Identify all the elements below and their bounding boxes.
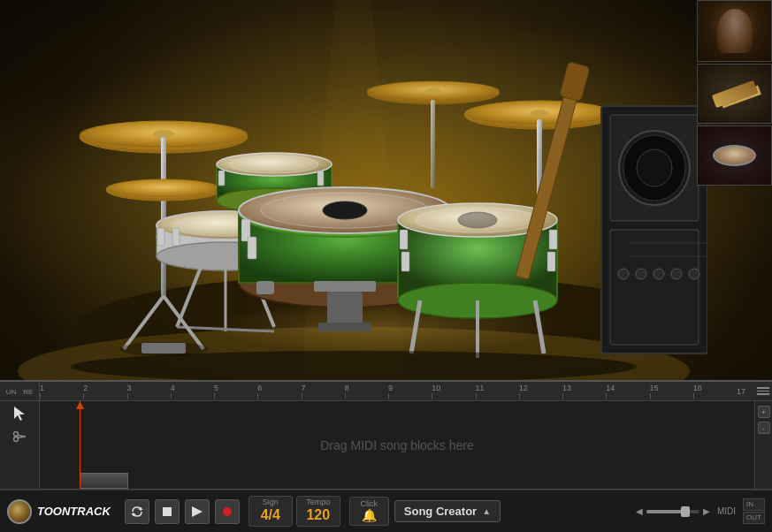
timeline-menu-button[interactable] [754,387,772,395]
svg-point-76 [618,269,629,279]
ruler-mark: 1 [40,384,83,399]
pointer-tool[interactable] [11,406,27,422]
ruler-mark: 10 [432,384,475,399]
svg-marker-92 [192,506,203,517]
svg-rect-91 [163,507,172,516]
scroll-down-button[interactable]: - [758,422,770,434]
volume-left-arrow[interactable]: ◀ [636,506,643,516]
svg-rect-63 [318,323,371,331]
song-creator-label: Song Creator [404,505,477,518]
sign-display[interactable]: Sign 4/4 [248,496,293,526]
play-button[interactable] [185,499,210,524]
volume-thumb[interactable] [681,506,690,517]
thumbnail-snare[interactable] [697,125,772,186]
volume-slider[interactable] [646,510,699,513]
thumbnail-drummer[interactable] [697,0,772,62]
svg-rect-5 [161,137,166,296]
svg-point-93 [223,507,232,516]
drum-stage [0,0,772,380]
svg-marker-84 [14,407,25,421]
ruler-mark: 8 [345,384,388,399]
midi-out-button[interactable]: OUT [743,512,765,524]
loop-icon [131,505,143,518]
midi-in-button[interactable]: IN [743,498,765,511]
volume-right-arrow[interactable]: ▶ [703,506,710,516]
midi-area: ◀ ▶ MIDI IN OUT [636,498,765,523]
ruler-marks: 1 2 3 4 5 6 7 8 9 10 11 12 13 14 15 16 [40,382,737,400]
record-button[interactable] [215,499,240,524]
thumbnail-sticks[interactable] [697,64,772,124]
tempo-display[interactable]: Tempo 120 [296,496,340,526]
svg-point-79 [671,269,682,279]
song-creator-button[interactable]: Song Creator ▲ [394,500,501,522]
transport-bar: UN RE 1 2 3 4 5 6 7 8 9 10 11 12 13 14 1… [0,380,772,532]
volume-fill [646,510,684,513]
midi-label: MIDI [714,505,739,518]
scroll-up-button[interactable]: + [758,406,770,418]
ruler-mark: 11 [476,384,519,399]
svg-rect-62 [327,292,363,327]
timeline-ruler: UN RE 1 2 3 4 5 6 7 8 9 10 11 12 13 14 1… [0,382,772,401]
ruler-mark: 2 [83,384,126,399]
click-icon: 🔔 [355,508,383,523]
svg-rect-15 [431,100,435,188]
undo-redo-area: UN RE [0,382,40,401]
in-out-buttons: IN OUT [743,498,765,523]
svg-rect-61 [314,281,376,292]
timeline-tools [0,401,40,489]
loop-button[interactable] [125,499,149,524]
drummer-image [698,1,771,61]
stop-button[interactable] [155,499,180,524]
svg-point-52 [458,212,497,228]
mini-block[interactable] [80,473,128,489]
ruler-mark: 9 [388,384,432,399]
ruler-mark: 7 [302,384,345,399]
ruler-mark: 3 [127,384,171,399]
svg-point-40 [323,201,367,219]
svg-rect-34 [317,171,324,186]
snare-image [698,126,771,185]
svg-rect-23 [172,228,180,246]
sticks-image [698,65,771,123]
svg-point-10 [530,110,549,117]
sign-tempo-group: Sign 4/4 Tempo 120 [248,496,340,526]
ruler-mark: 6 [257,384,301,399]
scissors-tool[interactable] [11,429,27,445]
right-panel [697,0,772,186]
timeline-scrollbar: + - [754,401,772,489]
svg-rect-45 [256,281,274,294]
ruler-mark: 14 [606,384,649,399]
redo-button[interactable]: RE [20,386,35,398]
ruler-mark: 4 [171,384,214,399]
svg-line-88 [18,437,26,438]
svg-rect-43 [248,237,256,259]
svg-rect-33 [218,171,225,186]
playhead [80,401,80,489]
ruler-mark: 16 [693,384,737,399]
ruler-end: 17 [737,387,754,396]
svg-rect-53 [400,230,408,249]
sign-value: 4/4 [256,506,285,523]
svg-point-77 [636,269,646,279]
drag-hint: Drag MIDI song blocks here [320,438,474,452]
click-button[interactable]: Click 🔔 [349,497,389,527]
svg-rect-67 [141,343,186,353]
svg-point-80 [689,269,699,279]
ruler-mark: 13 [562,384,606,399]
timeline-tracks[interactable]: Drag MIDI song blocks here [40,401,754,489]
volume-slider-container: ◀ ▶ [636,506,710,516]
svg-point-7 [106,179,221,197]
tempo-label: Tempo [304,498,332,506]
tempo-value: 120 [304,506,332,523]
ruler-mark: 15 [650,384,693,399]
play-icon [192,506,203,517]
click-label: Click [355,500,383,508]
logo-drum-icon [7,499,32,524]
svg-point-86 [14,437,19,442]
svg-rect-21 [157,228,164,246]
svg-point-32 [230,156,318,173]
svg-point-72 [637,149,672,186]
undo-button[interactable]: UN [4,386,19,398]
song-creator-arrow-icon: ▲ [482,506,491,516]
bottom-controls: TOONTRACK [0,490,772,532]
